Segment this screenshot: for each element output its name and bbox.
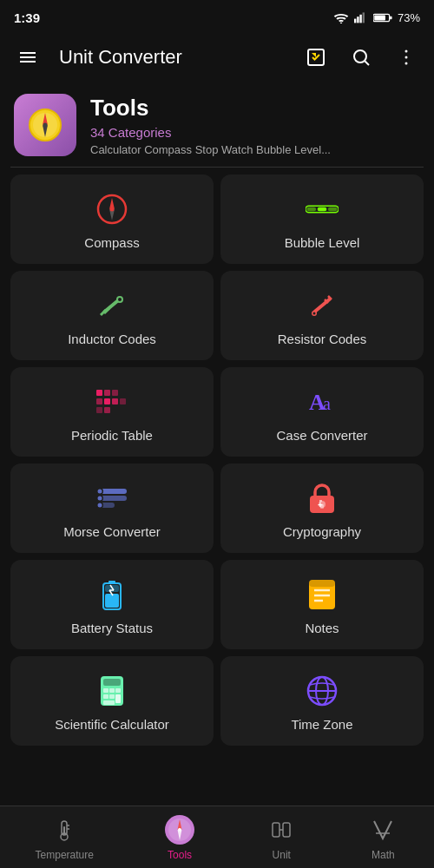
more-options-button[interactable] xyxy=(389,40,424,75)
grid-item-bubble-level[interactable]: Bubble Level xyxy=(220,174,424,264)
svg-rect-96 xyxy=(273,823,279,837)
battery-status-icon xyxy=(373,12,392,23)
grid-item-notes[interactable]: Notes xyxy=(220,560,424,649)
tools-nav-icon xyxy=(164,814,195,845)
svg-rect-25 xyxy=(318,207,327,212)
compass-label: Compass xyxy=(84,235,139,250)
svg-rect-45 xyxy=(104,407,110,413)
grid-item-time-zone[interactable]: Time Zone xyxy=(220,656,424,746)
scientific-calculator-label: Scientific Calculator xyxy=(55,717,169,732)
svg-text:a: a xyxy=(323,394,331,413)
svg-rect-77 xyxy=(109,688,115,693)
category-description: Calculator Compass Stop Watch Bubble Lev… xyxy=(90,143,331,156)
svg-point-12 xyxy=(405,56,408,59)
cryptography-icon: + xyxy=(305,481,339,516)
svg-point-9 xyxy=(354,50,366,62)
battery-status-icon xyxy=(95,577,129,612)
svg-rect-7 xyxy=(390,16,392,18)
nav-item-unit[interactable]: Unit xyxy=(252,807,311,868)
svg-point-55 xyxy=(98,496,102,501)
case-converter-icon: A a xyxy=(305,385,339,419)
time-zone-icon xyxy=(305,674,339,708)
resistor-codes-label: Resistor Codes xyxy=(278,332,367,346)
category-info: Tools 34 Categories Calculator Compass S… xyxy=(90,95,331,156)
grid-item-morse-converter[interactable]: Morse Converter xyxy=(10,464,214,553)
svg-rect-78 xyxy=(115,688,121,693)
math-nav-icon xyxy=(367,814,398,845)
cryptography-label: Cryptography xyxy=(283,524,361,539)
svg-point-29 xyxy=(118,298,122,301)
grid-item-compass[interactable]: Compass xyxy=(10,174,214,264)
bubble-level-label: Bubble Level xyxy=(285,235,360,250)
svg-rect-4 xyxy=(363,12,365,23)
compass-icon xyxy=(95,192,129,227)
svg-rect-2 xyxy=(357,16,358,23)
grid-item-periodic-table[interactable]: Periodic Table xyxy=(10,367,214,457)
search-button[interactable] xyxy=(344,40,378,75)
svg-line-10 xyxy=(365,62,370,66)
grid-item-resistor-codes[interactable]: Resistor Codes xyxy=(220,271,424,360)
grid-item-case-converter[interactable]: A a Case Converter xyxy=(220,367,424,457)
svg-rect-26 xyxy=(328,207,338,212)
favorites-button[interactable] xyxy=(299,40,333,75)
notes-icon xyxy=(305,577,339,612)
svg-rect-64 xyxy=(105,594,119,608)
svg-point-11 xyxy=(405,50,408,53)
svg-rect-41 xyxy=(104,398,110,404)
grid-item-battery-status[interactable]: Battery Status xyxy=(10,560,214,649)
status-icons: 73% xyxy=(333,11,420,24)
svg-line-31 xyxy=(104,308,109,313)
scientific-calculator-icon xyxy=(95,674,129,708)
svg-rect-3 xyxy=(359,15,361,23)
grid-item-cryptography[interactable]: + Cryptography xyxy=(220,464,424,553)
svg-point-22 xyxy=(110,207,115,212)
notes-label: Notes xyxy=(305,621,339,635)
category-count: 34 Categories xyxy=(90,125,331,140)
svg-rect-6 xyxy=(374,15,385,20)
time-zone-label: Time Zone xyxy=(291,717,352,732)
unit-nav-label: Unit xyxy=(273,849,291,861)
svg-rect-24 xyxy=(307,207,317,212)
svg-rect-37 xyxy=(96,390,102,396)
category-icon xyxy=(14,94,76,156)
grid-item-inductor-codes[interactable]: Inductor Codes xyxy=(10,271,214,360)
svg-rect-39 xyxy=(112,390,118,396)
menu-button[interactable] xyxy=(10,40,45,75)
svg-rect-63 xyxy=(108,581,115,584)
inductor-codes-label: Inductor Codes xyxy=(68,332,156,346)
morse-converter-icon xyxy=(95,481,129,516)
battery-status-label: Battery Status xyxy=(71,621,153,635)
tools-nav-label: Tools xyxy=(168,849,192,861)
nav-item-tools[interactable]: Tools xyxy=(150,807,209,868)
compass-icon xyxy=(26,106,64,144)
svg-rect-44 xyxy=(96,407,102,413)
grid-item-scientific-calculator[interactable]: Scientific Calculator xyxy=(10,656,214,746)
svg-rect-1 xyxy=(354,19,356,23)
bottom-nav: Temperature Tools Unit xyxy=(0,806,434,868)
status-bar: 1:39 73% xyxy=(0,0,434,31)
resistor-codes-icon xyxy=(305,288,339,323)
svg-text:+: + xyxy=(318,500,323,510)
nav-item-temperature[interactable]: Temperature xyxy=(22,807,108,868)
svg-rect-82 xyxy=(103,700,115,705)
svg-point-56 xyxy=(98,503,102,508)
periodic-table-label: Periodic Table xyxy=(71,428,153,443)
morse-converter-label: Morse Converter xyxy=(63,524,161,539)
bubble-level-icon xyxy=(305,192,339,227)
category-header: Tools 34 Categories Calculator Compass S… xyxy=(0,83,434,167)
case-converter-label: Case Converter xyxy=(276,428,367,443)
signal-icon xyxy=(354,11,368,23)
svg-rect-81 xyxy=(115,694,121,703)
status-time: 1:39 xyxy=(14,10,40,25)
svg-rect-42 xyxy=(112,398,118,404)
category-name: Tools xyxy=(90,95,331,122)
svg-point-13 xyxy=(405,62,408,65)
svg-rect-79 xyxy=(103,694,108,699)
nav-item-math[interactable]: Math xyxy=(353,807,412,868)
svg-rect-97 xyxy=(283,823,290,837)
app-bar-title: Unit Converter xyxy=(59,46,285,69)
svg-rect-43 xyxy=(120,398,126,404)
svg-rect-80 xyxy=(109,694,115,699)
svg-rect-75 xyxy=(103,679,121,686)
svg-point-34 xyxy=(313,312,316,315)
